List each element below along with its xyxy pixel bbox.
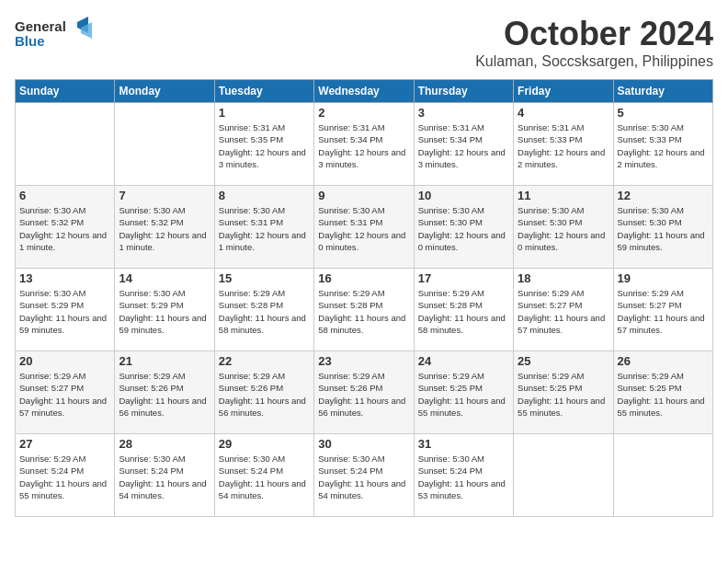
- col-header-monday: Monday: [115, 80, 214, 103]
- day-info: Sunrise: 5:30 AM Sunset: 5:31 PM Dayligh…: [318, 204, 409, 253]
- day-cell: 11Sunrise: 5:30 AM Sunset: 5:30 PM Dayli…: [514, 186, 613, 269]
- day-cell: 23Sunrise: 5:29 AM Sunset: 5:26 PM Dayli…: [314, 351, 414, 434]
- week-row-5: 27Sunrise: 5:29 AM Sunset: 5:24 PM Dayli…: [16, 434, 713, 517]
- day-cell: 31Sunrise: 5:30 AM Sunset: 5:24 PM Dayli…: [414, 434, 513, 517]
- day-info: Sunrise: 5:29 AM Sunset: 5:28 PM Dayligh…: [318, 287, 409, 336]
- day-info: Sunrise: 5:30 AM Sunset: 5:29 PM Dayligh…: [119, 287, 210, 336]
- day-cell: 15Sunrise: 5:29 AM Sunset: 5:28 PM Dayli…: [214, 269, 313, 351]
- day-cell: 1Sunrise: 5:31 AM Sunset: 5:35 PM Daylig…: [214, 103, 313, 186]
- day-number: 25: [518, 354, 609, 368]
- location-title: Kulaman, Soccsksargen, Philippines: [475, 53, 713, 70]
- col-header-wednesday: Wednesday: [314, 80, 414, 103]
- day-info: Sunrise: 5:29 AM Sunset: 5:28 PM Dayligh…: [418, 287, 509, 336]
- svg-text:General: General: [15, 18, 66, 34]
- day-info: Sunrise: 5:31 AM Sunset: 5:34 PM Dayligh…: [418, 121, 509, 170]
- day-number: 10: [418, 189, 509, 202]
- day-cell: [115, 103, 214, 186]
- day-cell: 5Sunrise: 5:30 AM Sunset: 5:33 PM Daylig…: [613, 103, 712, 186]
- day-cell: 12Sunrise: 5:30 AM Sunset: 5:30 PM Dayli…: [613, 186, 712, 269]
- day-cell: 20Sunrise: 5:29 AM Sunset: 5:27 PM Dayli…: [16, 351, 115, 434]
- day-info: Sunrise: 5:29 AM Sunset: 5:25 PM Dayligh…: [518, 370, 609, 419]
- day-number: 31: [418, 437, 509, 451]
- day-number: 29: [219, 437, 310, 451]
- day-number: 13: [19, 271, 110, 285]
- day-info: Sunrise: 5:29 AM Sunset: 5:27 PM Dayligh…: [19, 370, 110, 419]
- day-cell: 14Sunrise: 5:30 AM Sunset: 5:29 PM Dayli…: [115, 269, 214, 351]
- page-header: General Blue October 2024 Kulaman, Soccs…: [15, 15, 713, 70]
- day-number: 26: [618, 354, 709, 368]
- day-info: Sunrise: 5:30 AM Sunset: 5:31 PM Dayligh…: [219, 204, 310, 253]
- day-info: Sunrise: 5:30 AM Sunset: 5:29 PM Dayligh…: [19, 287, 110, 336]
- day-cell: 25Sunrise: 5:29 AM Sunset: 5:25 PM Dayli…: [514, 351, 613, 434]
- week-row-2: 6Sunrise: 5:30 AM Sunset: 5:32 PM Daylig…: [16, 186, 713, 269]
- day-number: 17: [418, 271, 509, 285]
- day-cell: 19Sunrise: 5:29 AM Sunset: 5:27 PM Dayli…: [613, 269, 712, 351]
- day-number: 27: [19, 437, 110, 451]
- day-cell: 22Sunrise: 5:29 AM Sunset: 5:26 PM Dayli…: [214, 351, 313, 434]
- col-header-thursday: Thursday: [414, 80, 513, 103]
- day-number: 1: [219, 106, 310, 120]
- day-number: 16: [318, 271, 409, 285]
- day-info: Sunrise: 5:31 AM Sunset: 5:33 PM Dayligh…: [518, 121, 609, 170]
- title-block: October 2024 Kulaman, Soccsksargen, Phil…: [475, 15, 713, 70]
- day-number: 9: [318, 189, 409, 202]
- day-number: 7: [119, 189, 210, 202]
- day-number: 18: [518, 271, 609, 285]
- col-header-sunday: Sunday: [16, 80, 115, 103]
- col-header-friday: Friday: [514, 80, 613, 103]
- day-info: Sunrise: 5:29 AM Sunset: 5:26 PM Dayligh…: [219, 370, 310, 419]
- day-cell: [613, 434, 712, 517]
- day-info: Sunrise: 5:29 AM Sunset: 5:27 PM Dayligh…: [518, 287, 609, 336]
- day-cell: 21Sunrise: 5:29 AM Sunset: 5:26 PM Dayli…: [115, 351, 214, 434]
- day-info: Sunrise: 5:31 AM Sunset: 5:34 PM Dayligh…: [318, 121, 409, 170]
- col-header-saturday: Saturday: [613, 80, 712, 103]
- day-number: 30: [318, 437, 409, 451]
- day-number: 12: [618, 189, 709, 202]
- day-info: Sunrise: 5:30 AM Sunset: 5:33 PM Dayligh…: [618, 121, 709, 170]
- day-cell: 13Sunrise: 5:30 AM Sunset: 5:29 PM Dayli…: [16, 269, 115, 351]
- day-info: Sunrise: 5:30 AM Sunset: 5:32 PM Dayligh…: [19, 204, 110, 253]
- logo-svg: General Blue: [15, 15, 97, 52]
- day-info: Sunrise: 5:29 AM Sunset: 5:25 PM Dayligh…: [618, 370, 709, 419]
- day-number: 24: [418, 354, 509, 368]
- day-info: Sunrise: 5:30 AM Sunset: 5:32 PM Dayligh…: [119, 204, 210, 253]
- day-number: 8: [219, 189, 310, 202]
- calendar-table: SundayMondayTuesdayWednesdayThursdayFrid…: [15, 79, 713, 517]
- day-cell: 28Sunrise: 5:30 AM Sunset: 5:24 PM Dayli…: [115, 434, 214, 517]
- day-info: Sunrise: 5:30 AM Sunset: 5:24 PM Dayligh…: [418, 453, 509, 501]
- week-row-1: 1Sunrise: 5:31 AM Sunset: 5:35 PM Daylig…: [16, 103, 713, 186]
- day-cell: 2Sunrise: 5:31 AM Sunset: 5:34 PM Daylig…: [314, 103, 414, 186]
- day-info: Sunrise: 5:29 AM Sunset: 5:24 PM Dayligh…: [19, 453, 110, 501]
- day-cell: [16, 103, 115, 186]
- day-number: 22: [219, 354, 310, 368]
- day-number: 4: [518, 106, 609, 120]
- day-number: 14: [119, 271, 210, 285]
- day-cell: 4Sunrise: 5:31 AM Sunset: 5:33 PM Daylig…: [514, 103, 613, 186]
- day-cell: 8Sunrise: 5:30 AM Sunset: 5:31 PM Daylig…: [214, 186, 313, 269]
- day-info: Sunrise: 5:29 AM Sunset: 5:26 PM Dayligh…: [318, 370, 409, 419]
- day-number: 23: [318, 354, 409, 368]
- day-cell: 30Sunrise: 5:30 AM Sunset: 5:24 PM Dayli…: [314, 434, 414, 517]
- logo: General Blue: [15, 15, 97, 52]
- day-cell: 9Sunrise: 5:30 AM Sunset: 5:31 PM Daylig…: [314, 186, 414, 269]
- day-cell: 10Sunrise: 5:30 AM Sunset: 5:30 PM Dayli…: [414, 186, 513, 269]
- day-number: 19: [618, 271, 709, 285]
- month-title: October 2024: [475, 15, 713, 53]
- day-number: 5: [618, 106, 709, 120]
- svg-text:Blue: Blue: [15, 33, 45, 49]
- day-info: Sunrise: 5:30 AM Sunset: 5:30 PM Dayligh…: [618, 204, 709, 253]
- day-cell: 18Sunrise: 5:29 AM Sunset: 5:27 PM Dayli…: [514, 269, 613, 351]
- day-cell: 3Sunrise: 5:31 AM Sunset: 5:34 PM Daylig…: [414, 103, 513, 186]
- day-cell: [514, 434, 613, 517]
- week-row-4: 20Sunrise: 5:29 AM Sunset: 5:27 PM Dayli…: [16, 351, 713, 434]
- day-info: Sunrise: 5:30 AM Sunset: 5:24 PM Dayligh…: [318, 453, 409, 501]
- day-number: 6: [19, 189, 110, 202]
- day-info: Sunrise: 5:30 AM Sunset: 5:24 PM Dayligh…: [119, 453, 210, 501]
- day-info: Sunrise: 5:30 AM Sunset: 5:30 PM Dayligh…: [518, 204, 609, 253]
- day-cell: 17Sunrise: 5:29 AM Sunset: 5:28 PM Dayli…: [414, 269, 513, 351]
- col-header-tuesday: Tuesday: [214, 80, 313, 103]
- day-cell: 29Sunrise: 5:30 AM Sunset: 5:24 PM Dayli…: [214, 434, 313, 517]
- day-cell: 6Sunrise: 5:30 AM Sunset: 5:32 PM Daylig…: [16, 186, 115, 269]
- day-cell: 24Sunrise: 5:29 AM Sunset: 5:25 PM Dayli…: [414, 351, 513, 434]
- day-cell: 27Sunrise: 5:29 AM Sunset: 5:24 PM Dayli…: [16, 434, 115, 517]
